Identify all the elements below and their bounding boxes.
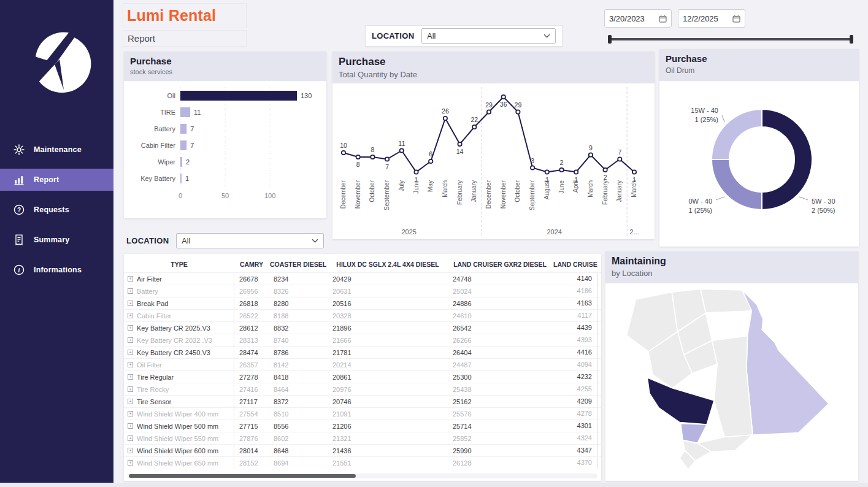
data-point[interactable] (371, 155, 374, 159)
chevron-down-icon (312, 239, 318, 243)
data-point[interactable] (342, 151, 345, 155)
expand-icon[interactable] (128, 313, 133, 318)
panel-header: Purchase Oil Drum (659, 49, 859, 81)
sidebar-item-maintenance[interactable]: Maintenance (0, 139, 113, 161)
table-row[interactable]: Break Pad26818828020516248864163 (124, 297, 601, 309)
date-slider-track[interactable] (609, 38, 853, 40)
table-row[interactable]: Wind Shield Wiper 400 mm2755485102109125… (124, 407, 601, 420)
table-row[interactable]: Key Battery CR 2032 .V328313874021666262… (124, 334, 601, 346)
table-horizontal-scrollbar[interactable] (128, 474, 597, 478)
cell-value: 20328 (328, 312, 448, 320)
table-row[interactable]: Tire Rocky27416846420976254384255 (124, 383, 601, 395)
expand-icon[interactable] (128, 411, 133, 416)
sidebar-item-report[interactable]: Report (0, 169, 113, 191)
expand-icon[interactable] (128, 460, 133, 466)
table-row[interactable]: Wind Shield Wiper 600 mm2801486482143625… (124, 444, 601, 456)
column-header[interactable]: LAND CRUISER (552, 261, 597, 268)
expand-icon[interactable] (128, 435, 133, 441)
expand-icon[interactable] (128, 288, 133, 294)
data-point[interactable] (385, 157, 389, 161)
row-type-label: Wind Shield Wiper 600 mm (137, 447, 218, 454)
donut-segment-15W-40[interactable] (712, 109, 762, 159)
expand-icon[interactable] (128, 423, 133, 429)
column-header[interactable]: HILUX DC SGLX 2.4L 4X4 DIESEL (328, 261, 448, 268)
data-point[interactable] (559, 168, 563, 172)
data-point[interactable] (603, 168, 607, 172)
expand-icon[interactable] (128, 386, 133, 392)
table-row[interactable]: Cabin Filter26522818820328246104117 (124, 309, 601, 321)
data-point[interactable] (472, 125, 476, 129)
column-header[interactable]: TYPE (124, 261, 234, 268)
data-point[interactable] (458, 142, 461, 146)
data-point[interactable] (618, 157, 621, 161)
data-point[interactable] (444, 117, 447, 120)
table-row[interactable]: Wind Shield Wiper 500 mm2771585562120625… (124, 420, 601, 432)
data-point[interactable] (429, 159, 432, 163)
bar-Cabin Filter[interactable] (180, 140, 186, 150)
table-row[interactable]: Key Battery CR 2450.V3284748786217812640… (124, 346, 601, 358)
stock-services-chart[interactable]: 050100Oil130TIRE11Battery7Cabin Filter7W… (124, 81, 326, 220)
date-slider-handle-end[interactable] (850, 35, 853, 44)
table-row[interactable]: Wind Shield Wiper 550 mm2787686022132125… (124, 432, 601, 444)
scrollbar-thumb[interactable] (129, 474, 356, 478)
quantity-by-date-chart[interactable]: 10December8November8October7September11J… (332, 83, 655, 242)
table-row[interactable]: Air Filter26678823420429247484140 (124, 272, 601, 285)
data-point[interactable] (502, 95, 505, 99)
expand-icon[interactable] (128, 374, 133, 380)
data-point[interactable] (400, 148, 404, 152)
bar-Oil[interactable] (180, 91, 297, 101)
expand-icon[interactable] (128, 337, 133, 343)
cell-value: 25852 (448, 435, 552, 442)
column-header[interactable]: LAND CRUISER GXR2 DIESEL (448, 261, 552, 268)
table-row[interactable]: Battery26956832620631250244186 (124, 285, 601, 297)
column-header[interactable]: COASTER DIESEL (269, 261, 328, 268)
data-point[interactable] (531, 166, 534, 169)
table-row[interactable]: Wind Shield Wiper 650 mm2815286942155126… (124, 456, 601, 469)
map-region[interactable] (742, 290, 829, 435)
cell-value: 25438 (448, 386, 552, 393)
sidebar-item-summary[interactable]: Summary (0, 229, 113, 251)
map-region[interactable] (647, 378, 714, 425)
page-title: Lumi Rental (127, 7, 216, 25)
data-point[interactable] (632, 170, 636, 174)
bar-Key Battery[interactable] (180, 174, 182, 183)
bar-Battery[interactable] (180, 124, 186, 134)
row-type-cell: Key Battery CR 2032 .V3 (124, 334, 234, 346)
data-point[interactable] (589, 153, 593, 156)
donut-segment-5W-30[interactable] (762, 109, 812, 210)
date-from-input[interactable]: 3/20/2023 (604, 9, 672, 28)
expand-icon[interactable] (128, 325, 133, 331)
gear-icon (12, 143, 26, 156)
data-point[interactable] (574, 170, 578, 174)
table-row[interactable]: Key Battery CR 2025.V3286128832218962654… (124, 321, 601, 334)
column-header[interactable]: CAMRY (234, 261, 269, 268)
data-point[interactable] (516, 110, 520, 113)
cell-value: 20861 (328, 374, 448, 381)
expand-icon[interactable] (128, 399, 133, 404)
oil-drum-donut-chart[interactable]: 5W - 302 (50%)0W - 401 (25%)15W - 401 (2… (659, 81, 859, 249)
bar-Wiper[interactable] (180, 157, 182, 167)
cell-value: 4232 (552, 371, 597, 383)
data-point[interactable] (545, 170, 549, 174)
table-row[interactable]: Tire Sensor27117837220746251624209 (124, 395, 601, 407)
map-region[interactable] (712, 336, 753, 437)
expand-icon[interactable] (128, 301, 133, 306)
table-location-dropdown[interactable]: All (176, 233, 324, 248)
expand-icon[interactable] (128, 276, 133, 282)
expand-icon[interactable] (128, 362, 133, 367)
date-slider-handle-start[interactable] (608, 35, 612, 44)
data-point[interactable] (414, 170, 418, 174)
date-range-slider[interactable] (609, 35, 853, 44)
location-dropdown[interactable]: All (421, 28, 556, 44)
table-row[interactable]: Oil Filter26357814220214244874094 (124, 358, 601, 370)
table-row[interactable]: Tire Regular27278841820861253004232 (124, 370, 601, 383)
donut-segment-0W-40[interactable] (712, 159, 762, 210)
data-point[interactable] (356, 155, 360, 159)
expand-icon[interactable] (128, 448, 133, 453)
date-to-input[interactable]: 12/2/2025 (678, 9, 745, 28)
sidebar-item-requests[interactable]: ?Requests (0, 199, 113, 221)
expand-icon[interactable] (128, 350, 133, 355)
data-point[interactable] (487, 110, 491, 113)
bar-TIRE[interactable] (180, 107, 190, 117)
sidebar-item-informations[interactable]: iInformations (0, 259, 113, 281)
